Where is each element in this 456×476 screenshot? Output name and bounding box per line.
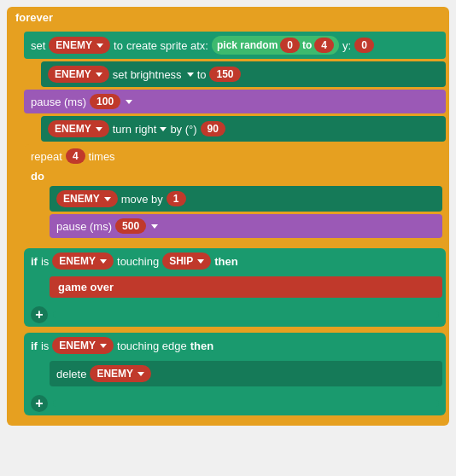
pause-dropdown-2[interactable] — [151, 224, 158, 229]
enemy-dropdown-arrow-2 — [96, 73, 102, 77]
brightness-dropdown-arrow — [187, 73, 194, 77]
enemy-dropdown-7[interactable]: ENEMY — [90, 365, 151, 382]
enemy-dropdown-6[interactable]: ENEMY — [52, 337, 114, 354]
pause-val-1[interactable]: 100 — [90, 94, 120, 109]
repeat-block: repeat 4 times do ENEMY move by 1 — [24, 144, 446, 243]
enemy-dropdown-4[interactable]: ENEMY — [56, 190, 118, 207]
forever-block: forever set ENEMY to create sprite atx: … — [7, 7, 449, 426]
pick-random-block: pick random 0 to 4 — [212, 36, 339, 55]
add-block-button-2[interactable]: + — [31, 395, 48, 412]
spacer-1 — [53, 311, 439, 318]
game-over-block: game over — [50, 276, 442, 298]
enemy-dropdown-arrow-1 — [96, 44, 103, 48]
ship-dropdown-arrow — [197, 259, 204, 264]
move-block: ENEMY move by 1 — [50, 186, 442, 212]
pause-dropdown-1[interactable] — [126, 100, 132, 104]
brightness-val[interactable]: 150 — [209, 67, 240, 82]
enemy-dropdown-2[interactable]: ENEMY — [48, 66, 109, 83]
do-label: do — [24, 168, 446, 184]
pause-val-2[interactable]: 500 — [115, 218, 146, 234]
add-block-button-1[interactable]: + — [31, 306, 48, 323]
random-from-val[interactable]: 0 — [280, 38, 300, 53]
turn-dir-dropdown[interactable] — [160, 127, 167, 131]
delete-block: delete ENEMY — [50, 361, 442, 386]
forever-label: forever — [7, 7, 449, 28]
pause-block-2: pause (ms) 500 — [50, 214, 442, 238]
set-brightness-block: ENEMY set brightness to 150 — [41, 61, 446, 87]
if-touching-edge-block: if is ENEMY touching edge then delete EN… — [24, 333, 446, 415]
set-sprite-block: set ENEMY to create sprite atx: pick ran… — [24, 32, 446, 59]
enemy-dropdown-3[interactable]: ENEMY — [48, 120, 109, 137]
random-to-val[interactable]: 4 — [314, 38, 334, 53]
enemy-dropdown-arrow-3 — [96, 127, 102, 131]
blocks-workspace: forever set ENEMY to create sprite atx: … — [0, 0, 456, 436]
spacer-2 — [53, 400, 439, 407]
enemy-dropdown-arrow-5 — [100, 259, 107, 264]
move-val[interactable]: 1 — [167, 191, 186, 206]
angle-val[interactable]: 90 — [201, 121, 225, 136]
enemy-dropdown-5[interactable]: ENEMY — [52, 253, 114, 270]
enemy-dropdown-arrow-6 — [100, 344, 107, 348]
turn-block: ENEMY turn right by (°) 90 — [41, 116, 446, 142]
enemy-dropdown-1[interactable]: ENEMY — [49, 37, 110, 54]
enemy-dropdown-arrow-7 — [137, 372, 144, 376]
y-val[interactable]: 0 — [354, 38, 374, 53]
if-touching-ship-block: if is ENEMY touching SHIP then game — [24, 248, 446, 327]
enemy-dropdown-arrow-4 — [104, 197, 111, 201]
pause-block-1: pause (ms) 100 — [24, 90, 446, 113]
ship-dropdown[interactable]: SHIP — [162, 253, 211, 270]
repeat-count[interactable]: 4 — [66, 148, 85, 164]
